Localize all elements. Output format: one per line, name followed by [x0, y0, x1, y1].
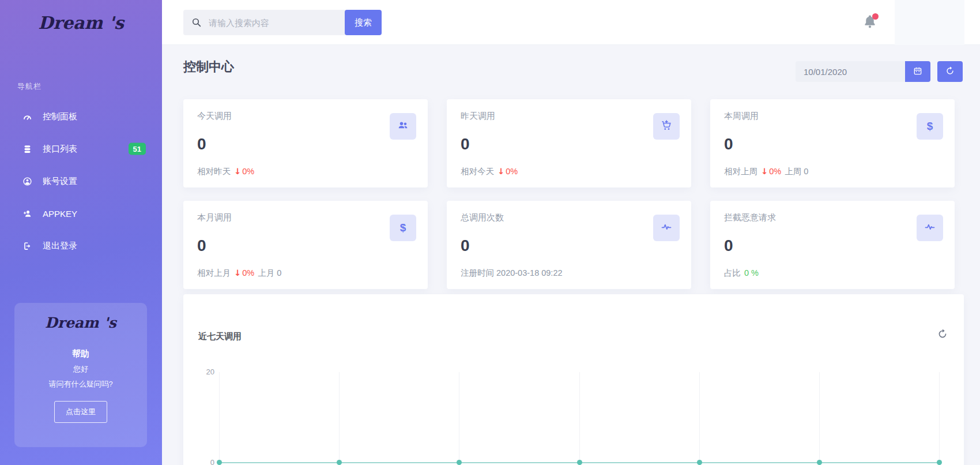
refresh-button[interactable] [937, 61, 963, 82]
sidebar-item-api-list[interactable]: 接口列表 51 [0, 133, 162, 165]
chart-gridline [939, 372, 940, 463]
chart-gridline [459, 372, 459, 463]
refresh-icon [945, 66, 955, 77]
stat-card-blocked-requests: 拦截恶意请求 0 占比0 % [710, 201, 955, 289]
topbar: 搜索 [162, 0, 980, 45]
sidebar-item-label: 控制面板 [43, 111, 77, 122]
line-chart: 200 [219, 372, 939, 463]
card-footer: 占比0 % [724, 268, 941, 279]
delta-down: ↓0% [234, 268, 254, 278]
card-icon-tile [390, 113, 416, 140]
topbar-user-area[interactable] [895, 0, 964, 45]
card-footer: 相对上周↓0%上周 0 [724, 166, 941, 177]
card-value: 0 [724, 135, 941, 153]
cart-plus-icon [661, 119, 672, 133]
chart-gridline [819, 372, 820, 463]
search-button[interactable]: 搜索 [345, 10, 382, 35]
chart-title: 近七天调用 [198, 331, 242, 342]
card-icon-tile: $ [390, 215, 416, 241]
sidebar-item-appkey[interactable]: APPKEY [0, 197, 162, 230]
pulse-icon [924, 221, 936, 235]
sidebar-logo[interactable]: Dream 's [0, 13, 162, 33]
arrow-down-icon: ↓ [497, 167, 504, 176]
sidebar-item-label: 账号设置 [43, 176, 77, 187]
page-title: 控制中心 [183, 58, 234, 76]
card-foot-percent: 0 % [744, 268, 759, 278]
card-footer: 相对今天↓0% [461, 166, 677, 177]
sidebar-item-label: 退出登录 [43, 241, 77, 252]
user-plus-icon [22, 208, 32, 219]
api-count-badge: 51 [129, 143, 146, 155]
calendar-icon [913, 66, 922, 77]
dollar-icon: $ [400, 222, 406, 234]
card-value: 0 [197, 135, 414, 153]
stat-card-yesterday-calls: 昨天调用 0 相对今天↓0% [447, 99, 691, 187]
pulse-icon [661, 221, 672, 235]
chart-gridline [579, 372, 580, 463]
logout-icon [22, 241, 32, 251]
calendar-button[interactable] [905, 61, 930, 82]
card-title: 本周调用 [724, 111, 941, 122]
card-value: 0 [461, 237, 677, 255]
arrow-down-icon: ↓ [234, 167, 241, 176]
dollar-icon: $ [927, 120, 933, 133]
date-input[interactable] [796, 61, 905, 82]
search-icon [191, 17, 202, 28]
chart-gridline [339, 372, 340, 463]
chart-data-point [937, 460, 942, 465]
notifications-bell-button[interactable] [862, 13, 879, 32]
card-foot-extra: 上周 0 [785, 167, 808, 176]
sidebar-item-label: APPKEY [43, 209, 77, 219]
chart-refresh-button[interactable] [937, 329, 949, 340]
date-filter-group [796, 61, 963, 82]
delta-down: ↓0% [761, 167, 781, 176]
chart-data-point [577, 460, 582, 465]
help-card: Dream 's 帮助 您好 请问有什么疑问吗? 点击这里 [14, 303, 147, 447]
gauge-icon [22, 111, 32, 122]
card-icon-tile [917, 215, 943, 241]
card-icon-tile [653, 113, 680, 140]
chart-data-point [337, 460, 342, 465]
sidebar-item-dashboard[interactable]: 控制面板 [0, 100, 162, 133]
card-value: 0 [197, 237, 414, 255]
stat-card-today-calls: 今天调用 0 相对昨天↓0% [183, 99, 428, 187]
sidebar: Dream 's 导航栏 控制面板 接口列表 51 账号设置 APPKEY [0, 0, 162, 465]
card-foot-label: 相对昨天 [197, 167, 231, 176]
dashboard-page: Dream 's 导航栏 控制面板 接口列表 51 账号设置 APPKEY [0, 0, 980, 465]
delta-down: ↓0% [234, 167, 254, 176]
card-value: 0 [724, 237, 941, 255]
card-foot-label: 相对上周 [724, 167, 757, 176]
chart-data-point [697, 460, 702, 465]
card-footer: 相对上月↓0%上月 0 [197, 268, 414, 279]
card-footer: 注册时间 2020-03-18 09:22 [461, 268, 677, 279]
search-group: 搜索 [183, 10, 382, 35]
stat-card-month-calls: 本月调用 0 相对上月↓0%上月 0 $ [183, 201, 428, 289]
card-foot-label: 注册时间 2020-03-18 09:22 [461, 268, 563, 278]
arrow-down-icon: ↓ [234, 268, 241, 278]
delta-down: ↓0% [497, 167, 518, 176]
card-icon-tile: $ [917, 113, 943, 140]
help-card-line2: 请问有什么疑问吗? [14, 379, 147, 389]
help-card-button[interactable]: 点击这里 [54, 401, 107, 423]
chart-card: 近七天调用 200 [183, 294, 964, 465]
card-foot-label: 相对今天 [461, 167, 494, 176]
card-foot-label: 相对上月 [197, 268, 231, 278]
y-axis-tick-max: 20 [199, 367, 214, 376]
chart-data-point [217, 460, 222, 465]
search-input[interactable] [183, 10, 346, 35]
card-value: 0 [461, 135, 677, 153]
stat-cards-grid: 今天调用 0 相对昨天↓0% 昨天调用 0 相对今天↓0% 本周调用 0 相对上… [183, 99, 955, 289]
users-icon [397, 119, 409, 133]
chart-gridline [219, 372, 220, 463]
bell-icon [862, 21, 877, 31]
card-foot-extra: 上月 0 [258, 268, 281, 278]
card-icon-tile [653, 215, 680, 241]
database-icon [22, 144, 32, 154]
sidebar-item-logout[interactable]: 退出登录 [0, 230, 162, 262]
card-footer: 相对昨天↓0% [197, 166, 414, 177]
chart-gridline [699, 372, 700, 463]
help-card-title: 帮助 [14, 348, 147, 359]
sidebar-item-account-settings[interactable]: 账号设置 [0, 165, 162, 197]
card-foot-label: 占比 [724, 268, 741, 278]
stat-card-week-calls: 本周调用 0 相对上周↓0%上周 0 $ [710, 99, 955, 187]
